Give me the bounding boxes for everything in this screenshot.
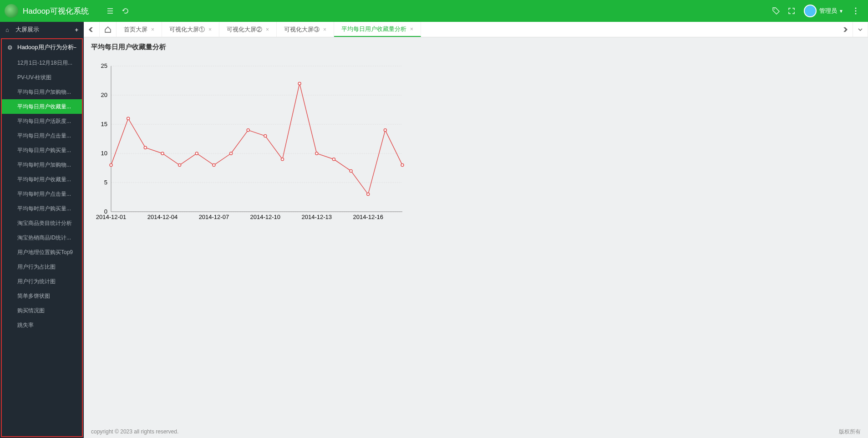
svg-point-33 xyxy=(264,135,267,138)
refresh-button[interactable] xyxy=(118,3,133,19)
svg-point-40 xyxy=(384,129,386,132)
tab[interactable]: 首页大屏× xyxy=(117,22,162,37)
svg-text:10: 10 xyxy=(101,150,107,157)
sidebar-section-label: Hadoop用户行为分析 xyxy=(17,43,74,51)
page-title: 平均每日用户收藏量分析 xyxy=(84,37,868,57)
tab[interactable]: 平均每日用户收藏量分析× xyxy=(334,22,421,37)
svg-text:5: 5 xyxy=(104,179,107,186)
sidebar-group-dashboard[interactable]: ⌂ 大屏展示 + xyxy=(0,22,84,37)
svg-point-3 xyxy=(855,13,857,15)
avatar xyxy=(804,5,817,17)
tab-label: 首页大屏 xyxy=(124,25,147,34)
svg-point-2 xyxy=(855,10,857,12)
svg-text:2014-12-16: 2014-12-16 xyxy=(353,214,383,220)
svg-point-25 xyxy=(127,117,130,120)
sidebar-item[interactable]: 用户行为占比图 xyxy=(2,260,82,274)
toggle-sidebar-button[interactable] xyxy=(102,3,118,19)
footer: copyright © 2023 all rights reserved. 版权… xyxy=(84,425,868,438)
tab[interactable]: 可视化大屏①× xyxy=(162,22,219,37)
sidebar-item[interactable]: 平均每日用户点击量... xyxy=(2,128,82,143)
close-icon[interactable]: × xyxy=(208,26,212,33)
svg-point-26 xyxy=(144,146,147,149)
svg-point-28 xyxy=(178,164,181,167)
svg-text:20: 20 xyxy=(101,92,107,98)
svg-text:2014-12-13: 2014-12-13 xyxy=(302,214,332,220)
main-area: 首页大屏×可视化大屏①×可视化大屏②×可视化大屏③×平均每日用户收藏量分析× 平… xyxy=(84,22,868,438)
svg-text:25: 25 xyxy=(101,62,107,69)
svg-point-37 xyxy=(332,158,335,161)
tab-strip: 首页大屏×可视化大屏①×可视化大屏②×可视化大屏③×平均每日用户收藏量分析× xyxy=(84,22,868,37)
gear-icon: ⚙ xyxy=(7,44,15,51)
sidebar-group-label: 大屏展示 xyxy=(15,25,39,34)
svg-text:2014-12-10: 2014-12-10 xyxy=(250,214,281,220)
sidebar-item[interactable]: 平均每日用户加购物... xyxy=(2,85,82,99)
tag-icon[interactable] xyxy=(768,3,784,19)
sidebar-item[interactable]: 用户地理位置购买Top9 xyxy=(2,245,82,260)
sidebar-item[interactable]: 12月1日-12月18日用... xyxy=(2,56,82,70)
sidebar-item[interactable]: 平均每时用户点击量... xyxy=(2,187,82,201)
svg-text:2014-12-01: 2014-12-01 xyxy=(96,214,127,220)
sidebar-item[interactable]: 平均每日用户收藏量... xyxy=(2,99,82,114)
chart-area: 05101520252014-12-012014-12-042014-12-07… xyxy=(84,57,868,425)
svg-text:2014-12-07: 2014-12-07 xyxy=(199,214,229,220)
user-menu[interactable]: 管理员 ▼ xyxy=(804,5,843,17)
minus-icon: − xyxy=(73,44,76,51)
svg-point-39 xyxy=(367,193,370,196)
tab-label: 可视化大屏② xyxy=(227,25,262,34)
svg-point-0 xyxy=(774,9,775,10)
svg-point-31 xyxy=(230,152,233,155)
svg-text:2014-12-04: 2014-12-04 xyxy=(147,214,178,220)
svg-point-24 xyxy=(110,164,112,167)
close-icon[interactable]: × xyxy=(151,26,154,33)
sidebar-highlight-box: ⚙ Hadoop用户行为分析 − 12月1日-12月18日用...PV-UV-柱… xyxy=(1,38,83,437)
svg-point-35 xyxy=(298,82,301,85)
home-icon: ⌂ xyxy=(5,26,13,33)
svg-point-30 xyxy=(213,164,215,167)
more-icon[interactable] xyxy=(848,3,863,19)
app-title: Hadoop可视化系统 xyxy=(23,6,89,16)
svg-point-1 xyxy=(855,8,857,9)
close-icon[interactable]: × xyxy=(266,26,269,33)
plus-icon: + xyxy=(75,26,78,33)
tab[interactable]: 可视化大屏②× xyxy=(219,22,277,37)
tabs-dropdown[interactable] xyxy=(853,22,868,37)
sidebar-item[interactable]: 平均每日用户购买量... xyxy=(2,143,82,158)
sidebar-item[interactable]: 购买情况图 xyxy=(2,303,82,318)
footer-left: copyright © 2023 all rights reserved. xyxy=(91,428,178,435)
tab-home-button[interactable] xyxy=(100,22,117,37)
line-chart: 05101520252014-12-012014-12-042014-12-07… xyxy=(84,57,411,230)
user-label: 管理员 xyxy=(819,7,837,15)
svg-point-34 xyxy=(281,158,284,161)
sidebar-item[interactable]: 跳失率 xyxy=(2,318,82,332)
sidebar-item[interactable]: 淘宝商品类目统计分析 xyxy=(2,216,82,230)
sidebar-item[interactable]: 平均每日用户活跃度... xyxy=(2,114,82,128)
sidebar-item[interactable]: 淘宝热销商品ID统计... xyxy=(2,230,82,245)
close-icon[interactable]: × xyxy=(323,26,326,33)
fullscreen-icon[interactable] xyxy=(784,3,799,19)
sidebar-item[interactable]: 平均每时用户加购物... xyxy=(2,158,82,172)
svg-point-38 xyxy=(350,169,352,172)
sidebar-item[interactable]: 平均每时用户购买量... xyxy=(2,201,82,216)
sidebar-item[interactable]: 用户行为统计图 xyxy=(2,274,82,289)
footer-right: 版权所有 xyxy=(839,428,861,436)
tab-label: 平均每日用户收藏量分析 xyxy=(341,25,406,33)
chevron-down-icon: ▼ xyxy=(839,9,843,14)
svg-point-41 xyxy=(401,164,404,167)
sidebar-item[interactable]: 平均每时用户收藏量... xyxy=(2,172,82,187)
svg-point-27 xyxy=(161,152,164,155)
sidebar: ⌂ 大屏展示 + ⚙ Hadoop用户行为分析 − 12月1日-12月18日用.… xyxy=(0,22,84,438)
close-icon[interactable]: × xyxy=(410,26,413,32)
tab-label: 可视化大屏① xyxy=(169,25,205,34)
tab-label: 可视化大屏③ xyxy=(284,25,320,34)
top-header: Hadoop可视化系统 管理员 ▼ xyxy=(0,0,868,22)
svg-point-32 xyxy=(247,129,249,132)
app-logo-icon xyxy=(5,4,18,18)
tab[interactable]: 可视化大屏③× xyxy=(277,22,334,37)
sidebar-item[interactable]: 简单多饼状图 xyxy=(2,289,82,303)
sidebar-item[interactable]: PV-UV-柱状图 xyxy=(2,70,82,85)
tabs-scroll-left[interactable] xyxy=(84,22,100,37)
sidebar-section-hadoop[interactable]: ⚙ Hadoop用户行为分析 − xyxy=(2,39,82,56)
svg-point-36 xyxy=(315,152,318,155)
svg-text:15: 15 xyxy=(101,121,107,127)
tabs-scroll-right[interactable] xyxy=(837,22,853,37)
